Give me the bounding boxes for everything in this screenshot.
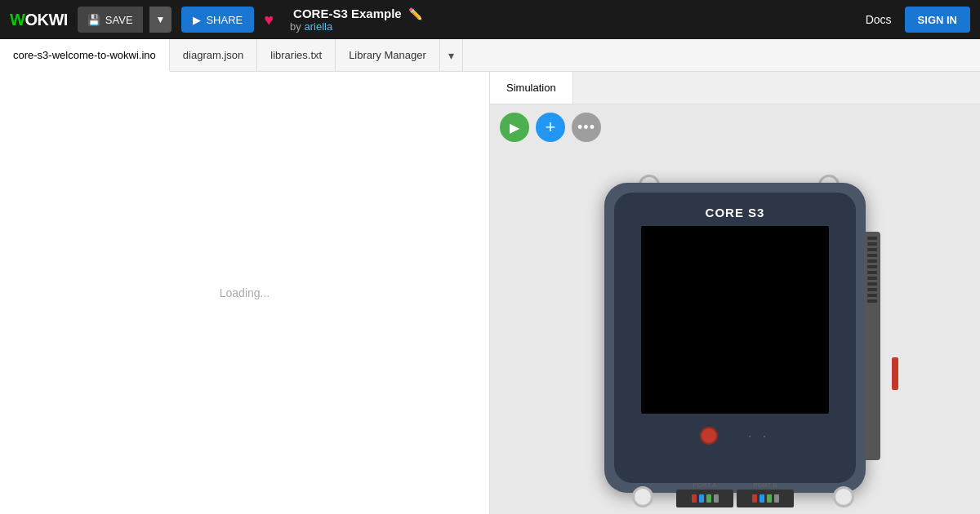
connector-pin <box>867 237 877 240</box>
device-screen <box>641 226 829 414</box>
port-pins-left <box>692 494 719 503</box>
save-dropdown-button[interactable]: ▼ <box>149 7 172 33</box>
loading-text: Loading... <box>220 286 270 299</box>
save-icon: 💾 <box>87 14 100 26</box>
device-button-row: · · <box>700 427 769 445</box>
connector-pin <box>867 282 877 286</box>
simulation-panel: Simulation ▶ + ••• <box>490 72 980 514</box>
bottom-ports: PORT A PORT B <box>676 490 794 507</box>
save-button[interactable]: 💾 SAVE <box>78 7 143 33</box>
device-inner: CORE S3 · · <box>614 193 856 483</box>
port-pin <box>699 494 704 503</box>
port-pin <box>774 494 779 503</box>
connector-pin <box>867 242 877 246</box>
chevron-down-icon: ▼ <box>156 14 166 25</box>
heart-icon: ♥ <box>264 11 274 29</box>
connector-pin <box>867 299 877 303</box>
header: WOKWI 💾 SAVE ▼ ▶ SHARE ♥ CORE-S3 Example… <box>0 0 980 39</box>
docs-link[interactable]: Docs <box>866 13 892 26</box>
header-right: Docs SIGN IN <box>866 7 970 33</box>
add-component-button[interactable]: + <box>536 113 565 142</box>
port-label-left: PORT A <box>693 481 716 489</box>
more-options-button[interactable]: ••• <box>572 113 601 142</box>
connector-pin <box>867 288 877 291</box>
share-icon: ▶ <box>193 14 201 26</box>
signin-button[interactable]: SIGN IN <box>905 7 970 33</box>
port-pin <box>752 494 757 503</box>
play-icon: ▶ <box>510 120 519 135</box>
mounting-hole-bottom-right <box>833 486 854 507</box>
device-name-label: CORE S3 <box>706 206 765 219</box>
port-pin <box>714 494 719 503</box>
tab-library-manager[interactable]: Library Manager <box>336 39 440 71</box>
tabs-more-button[interactable]: ▾ <box>440 39 463 71</box>
simulation-tab[interactable]: Simulation <box>490 72 573 104</box>
ellipsis-icon: ••• <box>577 119 595 136</box>
edit-icon[interactable]: ✏️ <box>408 7 422 20</box>
port-pin <box>692 494 697 503</box>
author-link[interactable]: ariella <box>304 20 332 33</box>
plus-icon: + <box>546 117 556 138</box>
connector-pin <box>867 259 877 263</box>
share-label: SHARE <box>206 14 243 26</box>
device-red-button[interactable] <box>700 427 718 445</box>
main-layout: Loading... Simulation ▶ + ••• <box>0 72 980 514</box>
sim-toolbar: ▶ + ••• <box>490 104 980 150</box>
port-pin <box>760 494 764 503</box>
project-author: by ariella <box>290 20 422 33</box>
project-info: CORE-S3 Example ✏️ by ariella <box>287 7 422 33</box>
tab-ino[interactable]: core-s3-welcome-to-wokwi.ino <box>0 39 170 72</box>
connector-pin <box>867 271 877 274</box>
device-indicator-dots: · · <box>747 428 769 445</box>
core-s3-device: CORE S3 · · <box>596 166 874 509</box>
editor-panel: Loading... <box>0 72 490 514</box>
connector-pin <box>867 265 877 268</box>
connector-pin <box>867 294 877 297</box>
heart-button[interactable]: ♥ <box>264 11 274 29</box>
port-block-left: PORT A <box>676 490 733 507</box>
connector-pin <box>867 254 877 257</box>
save-label: SAVE <box>105 14 133 26</box>
port-label-right: PORT B <box>753 481 777 489</box>
share-button[interactable]: ▶ SHARE <box>181 7 254 33</box>
play-button[interactable]: ▶ <box>500 113 529 142</box>
tab-diagram[interactable]: diagram.json <box>170 39 257 71</box>
side-red-stripe <box>892 357 898 390</box>
chevron-down-icon: ▾ <box>448 49 454 62</box>
port-pin <box>767 494 772 503</box>
tab-libraries[interactable]: libraries.txt <box>257 39 336 71</box>
connector-pin <box>867 248 877 251</box>
port-pin <box>706 494 711 503</box>
simulation-tabs: Simulation <box>490 72 980 104</box>
logo: WOKWI <box>10 11 68 29</box>
device-body: CORE S3 · · <box>604 183 866 493</box>
mounting-hole-bottom-left <box>632 486 653 507</box>
connector-pin <box>867 277 877 280</box>
port-block-right: PORT B <box>737 490 794 507</box>
editor-tabs: core-s3-welcome-to-wokwi.ino diagram.jso… <box>0 39 980 72</box>
project-title: CORE-S3 Example <box>293 7 402 20</box>
port-pins-right <box>752 494 779 503</box>
device-area: CORE S3 · · <box>490 150 980 514</box>
side-connector-right <box>864 232 880 460</box>
